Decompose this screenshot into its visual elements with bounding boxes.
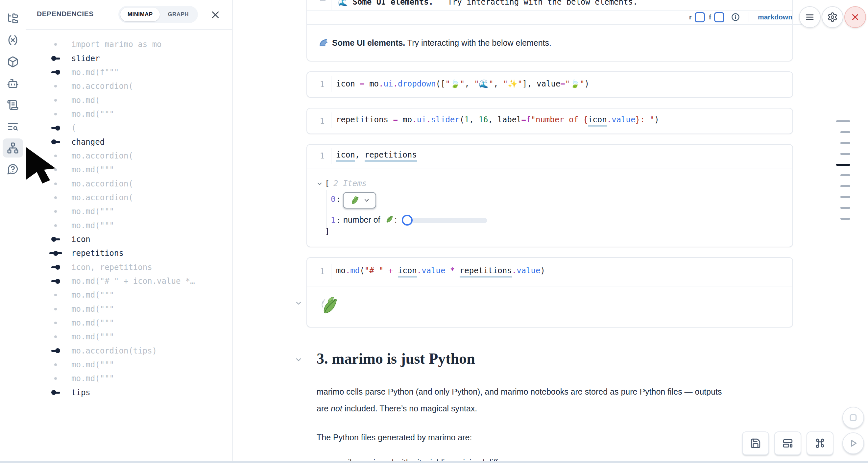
minimap-cell-label: mo.md(""" xyxy=(71,165,114,174)
line-number: 1 xyxy=(316,80,328,89)
settings-gear-button[interactable] xyxy=(822,6,843,28)
minimap-cell-row[interactable]: mo.md(""" xyxy=(26,218,231,232)
scroll-dash[interactable] xyxy=(840,218,850,220)
section-paragraph-2: The Python files generated by marimo are… xyxy=(317,429,472,446)
packages-icon[interactable] xyxy=(3,52,23,71)
slider-track[interactable] xyxy=(407,218,487,223)
minimap-cell-row[interactable]: mo.md(""" xyxy=(26,205,231,218)
notebook-menu-button[interactable] xyxy=(799,6,820,28)
minimap-cell-row[interactable]: mo.md(""" xyxy=(26,330,231,344)
shutdown-close-button[interactable] xyxy=(844,6,866,28)
scroll-dash[interactable] xyxy=(840,185,850,187)
gutter-divider xyxy=(331,76,332,92)
minimap-cell-row[interactable]: mo.accordion( xyxy=(26,79,231,93)
code-line[interactable]: repetitions = mo.ui.slider(1, 16, label=… xyxy=(336,115,659,124)
cell-graph-marker xyxy=(45,265,66,270)
minimap-cell-label: changed xyxy=(71,137,104,147)
leaf-emoji xyxy=(350,195,360,205)
scroll-dash[interactable] xyxy=(836,120,850,122)
markdown-cell-output: Some UI elements. Try interacting with t… xyxy=(307,24,804,61)
reactive-checkbox[interactable] xyxy=(695,12,705,22)
scroll-dash[interactable] xyxy=(840,153,850,155)
code-line[interactable]: icon, repetitions xyxy=(336,150,417,159)
slider-label: number of xyxy=(343,215,380,225)
line-number: 1 xyxy=(316,151,328,160)
minimap-cell-label: mo.md("# " + icon.value *… xyxy=(71,277,195,286)
tab-graph[interactable]: GRAPH xyxy=(160,7,196,21)
minimap-cell-label: mo.accordion( xyxy=(71,82,133,91)
minimap-cell-label: mo.accordion( xyxy=(71,151,133,160)
stop-button[interactable] xyxy=(842,407,864,429)
minimap-cell-row[interactable]: import marimo as mo xyxy=(26,37,231,51)
collapse-chevron-icon[interactable] xyxy=(316,181,323,187)
frozen-checkbox[interactable] xyxy=(714,12,724,22)
gutter-divider xyxy=(331,113,332,128)
tab-minimap[interactable]: MINIMAP xyxy=(120,7,160,21)
minimap-cell-row[interactable]: mo.accordion( xyxy=(26,191,231,205)
minimap-cell-row[interactable]: mo.accordion(tips) xyxy=(26,344,231,358)
info-icon[interactable] xyxy=(731,12,740,22)
scroll-dash[interactable] xyxy=(840,196,850,198)
minimap-cell-row[interactable]: mo.md("# " + icon.value *… xyxy=(26,274,231,288)
minimap-cell-label: mo.md(f""" xyxy=(71,68,119,77)
code-cell-dropdown[interactable]: 1 icon = mo.ui.dropdown(["🍃", "🌊", "✨"],… xyxy=(306,71,793,98)
minimap-cell-row[interactable]: ( xyxy=(26,121,231,135)
minimap-cell-label: mo.md(""" xyxy=(71,318,114,328)
code-cell-slider[interactable]: 1 repetitions = mo.ui.slider(1, 16, labe… xyxy=(306,108,793,134)
md-concat-editor[interactable]: 1 mo.md("# " + icon.value * repetitions.… xyxy=(307,258,793,286)
minimap-cell-label: icon xyxy=(71,235,90,244)
scroll-dash[interactable] xyxy=(840,174,850,176)
markdown-mode-link[interactable]: markdown xyxy=(758,13,793,21)
snippets-icon[interactable] xyxy=(3,95,23,115)
variables-icon[interactable] xyxy=(3,31,23,50)
tuple-cell-editor[interactable]: 1 icon, repetitions xyxy=(307,145,793,168)
minimap-cell-row[interactable]: icon xyxy=(26,233,231,246)
minimap-cell-row[interactable]: mo.md(""" xyxy=(26,316,231,330)
scroll-dash[interactable] xyxy=(840,142,850,144)
scroll-dash-active[interactable] xyxy=(836,164,850,166)
cell-graph-marker xyxy=(45,377,66,380)
markdown-cell-editor[interactable]: 🌊 Some UI elements. Try interacting with… xyxy=(307,0,793,10)
minimap-cell-row[interactable]: mo.md(""" xyxy=(26,288,231,302)
bracket-close: ] xyxy=(325,227,330,236)
section-collapse-chevron-icon[interactable] xyxy=(294,356,303,364)
keyboard-shortcuts-button[interactable] xyxy=(807,431,834,455)
dependencies-icon[interactable] xyxy=(3,138,23,157)
code-line[interactable]: mo.md("# " + icon.value * repetitions.va… xyxy=(336,266,545,275)
dependencies-panel-header: DEPENDENCIES MINIMAP GRAPH xyxy=(26,0,232,30)
scroll-dash[interactable] xyxy=(840,207,850,209)
help-icon[interactable] xyxy=(3,159,23,179)
cell-graph-marker xyxy=(45,251,66,256)
minimap-cell-row[interactable]: mo.md(""" xyxy=(26,302,231,316)
minimap-cell-row[interactable]: icon, repetitions xyxy=(26,260,231,274)
cell-graph-marker xyxy=(45,237,66,242)
save-button[interactable] xyxy=(742,431,769,455)
minimap-cell-row[interactable]: mo.md(""" xyxy=(26,358,231,372)
layout-button[interactable] xyxy=(774,431,801,455)
minimap-list: import marimo as moslidermo.md(f"""mo.ac… xyxy=(26,37,231,400)
scroll-dash[interactable] xyxy=(840,131,850,133)
minimap-cell-row[interactable]: slider xyxy=(26,51,231,65)
minimap-cell-label: repetitions xyxy=(71,249,124,258)
dropdown-widget[interactable] xyxy=(343,192,376,209)
close-panel-icon[interactable] xyxy=(210,10,220,20)
ai-assistant-icon[interactable] xyxy=(3,74,23,93)
minimap-cell-row[interactable]: mo.md( xyxy=(26,93,231,107)
minimap-cell-label: mo.accordion(tips) xyxy=(71,346,157,356)
minimap-cell-row[interactable]: mo.md(""" xyxy=(26,372,231,385)
run-all-button[interactable] xyxy=(842,432,864,454)
minimap-cell-row[interactable]: mo.md(f""" xyxy=(26,65,231,79)
search-logs-icon[interactable] xyxy=(3,117,23,136)
file-tree-icon[interactable] xyxy=(3,9,23,28)
code-line[interactable]: icon = mo.ui.dropdown(["🍃", "🌊", "✨"], v… xyxy=(336,79,589,89)
slider-thumb[interactable] xyxy=(402,215,413,225)
minimap-cell-label: mo.md(""" xyxy=(71,374,114,383)
minimap-cell-row[interactable]: repetitions xyxy=(26,246,231,260)
cell-graph-marker xyxy=(45,363,66,366)
minimap-cell-row[interactable]: mo.md(""" xyxy=(26,107,231,121)
cell-graph-marker xyxy=(45,321,66,324)
cell-graph-marker xyxy=(45,308,66,310)
cell-collapse-chevron-icon[interactable] xyxy=(294,299,303,307)
minimap-cell-label: mo.md(""" xyxy=(71,305,114,314)
minimap-cell-row[interactable]: tips xyxy=(26,386,231,400)
